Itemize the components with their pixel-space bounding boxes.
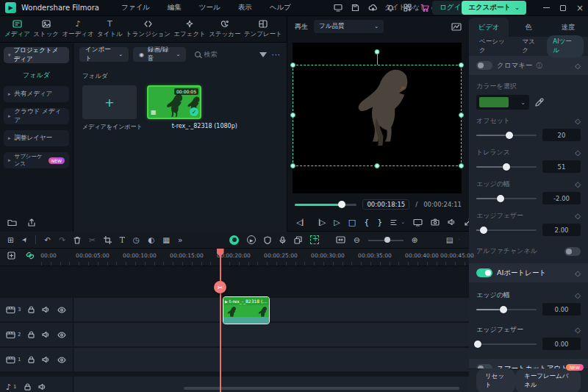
keyframe-diamond-icon[interactable]: ◇ [575, 291, 581, 299]
new-folder-icon[interactable] [7, 218, 17, 227]
current-timecode[interactable]: 00:00:18:15 [362, 199, 409, 210]
tab-titles[interactable]: T タイトル [97, 20, 123, 39]
media-layout-icon[interactable]: ⊞ [7, 235, 14, 244]
crop-icon[interactable] [104, 236, 112, 244]
hide-track-eye-icon[interactable] [57, 357, 66, 363]
cart-icon[interactable] [420, 4, 430, 12]
clip-selection-box[interactable] [293, 65, 462, 166]
split-at-playhead-button[interactable]: ✂ [214, 281, 226, 293]
keyframe-diamond-icon[interactable]: ◇ [575, 62, 581, 70]
ai-portrait-toggle[interactable] [476, 268, 492, 277]
tolerance-slider[interactable] [476, 162, 537, 171]
tab-media[interactable]: メディア [4, 20, 30, 39]
mute-track-icon[interactable] [38, 383, 46, 391]
handle-bottom-right[interactable] [459, 163, 464, 168]
hide-track-eye-icon[interactable] [57, 332, 66, 338]
preview-scrubber[interactable] [295, 200, 356, 209]
fit-timeline-icon[interactable] [336, 236, 345, 243]
render-preview-icon[interactable]: ▦ [162, 235, 170, 244]
motion-track-icon[interactable] [310, 235, 319, 244]
chroma-key-tool-icon[interactable] [229, 235, 239, 245]
zoom-out-icon[interactable]: ⊖ [354, 235, 360, 244]
play-button[interactable]: ▷ [334, 218, 340, 227]
timeline-ruler[interactable]: 00:00 00:00:05:00 00:00:10:00 00:00:15:0… [0, 249, 469, 266]
mute-track-icon[interactable] [42, 356, 50, 363]
keyframe-panel-button[interactable]: キーフレームパネル NEW [515, 368, 581, 392]
sidebar-item-shared-media[interactable]: ▸ 共有メディア [4, 86, 69, 102]
playhead[interactable]: ✂ [220, 249, 221, 392]
subtab-basic[interactable]: ベーシック [473, 35, 517, 57]
voiceover-mic-icon[interactable] [279, 236, 286, 244]
menu-tools[interactable]: ツール [190, 3, 229, 13]
lock-track-icon[interactable] [24, 383, 31, 391]
eyedropper-icon[interactable] [535, 98, 544, 107]
menu-help[interactable]: ヘルプ [261, 3, 300, 13]
preview-render-icon[interactable]: ▶ [247, 235, 256, 244]
quality-dropdown[interactable]: フル品質 ⌄ [314, 20, 384, 33]
select-tool-icon[interactable]: ➤ [20, 235, 29, 244]
cloud-upload-icon[interactable] [368, 4, 378, 12]
marker-add-icon[interactable] [7, 252, 15, 260]
notification-bell-icon[interactable] [387, 4, 395, 12]
undo-icon[interactable]: ↶ [44, 235, 51, 244]
menu-view[interactable]: 表示 [229, 3, 261, 13]
handle-mid-bottom[interactable] [375, 163, 380, 168]
sidebar-item-adjustment-layer[interactable]: ▸ 調整レイヤー [4, 130, 69, 146]
timeline-horizontal-scrollbar[interactable] [184, 387, 459, 390]
tab-color[interactable]: 色 [509, 18, 548, 37]
subtab-ai-tools[interactable]: AIツール [547, 35, 584, 57]
offset-value[interactable]: 20 [542, 129, 581, 141]
edge-width-slider[interactable] [476, 193, 537, 203]
handle-top-left[interactable] [290, 63, 295, 68]
tab-stock[interactable]: ストック [33, 20, 59, 39]
delete-icon[interactable] [74, 236, 81, 244]
tab-audio[interactable]: ♪ オーディオ [62, 20, 93, 39]
keyframe-diamond-icon[interactable]: ◇ [575, 269, 581, 277]
maximize-button[interactable] [560, 5, 566, 11]
ai-edge-feather-value[interactable]: 0.00 [542, 338, 581, 350]
mirror-display-icon[interactable] [413, 218, 423, 227]
search-field[interactable] [190, 51, 255, 58]
mute-track-icon[interactable] [42, 306, 50, 313]
keyframe-diamond-icon[interactable]: ◇ [575, 212, 581, 220]
subtab-mask[interactable]: マスク [517, 35, 548, 57]
marker-shield-icon[interactable] [264, 236, 271, 244]
tab-video[interactable]: ビデオ [469, 18, 509, 37]
import-media-tile[interactable]: + [82, 85, 137, 119]
search-input[interactable] [204, 51, 255, 58]
hide-track-eye-icon[interactable] [57, 307, 66, 313]
stop-button[interactable]: □ [348, 218, 356, 227]
sidebar-item-cloud-media[interactable]: ▸ クラウド メディア [4, 108, 69, 124]
track-options-chevron-icon[interactable]: · [459, 237, 460, 243]
tab-stickers[interactable]: ステッカー [209, 20, 240, 39]
media-clip-thumbnail[interactable]: 00:00:05 ▦ ✓ [147, 85, 201, 119]
zoom-in-icon[interactable]: ⊕ [412, 235, 418, 244]
tab-templates[interactable]: テンプレート [244, 20, 282, 39]
sidebar-item-subsequence[interactable]: ▸ サブシーケンス NEW [4, 152, 69, 168]
timeline-zoom-slider[interactable] [368, 236, 404, 243]
keyframe-diamond-icon[interactable]: ◇ [575, 180, 581, 188]
keyframe-diamond-icon[interactable]: ◇ [575, 326, 581, 334]
share-export-icon[interactable] [27, 218, 36, 227]
tab-speed[interactable]: 速度 [548, 18, 588, 37]
keyframe-diamond-icon[interactable]: ◇ [575, 149, 581, 157]
sidebar-project-media[interactable]: ▾ プロジェクトメディア [4, 47, 69, 63]
menu-edit[interactable]: 編集 [159, 3, 190, 13]
chroma-color-dropdown[interactable]: ⌄ [476, 95, 529, 110]
lock-track-icon[interactable] [28, 356, 35, 363]
track-options-icon[interactable]: ▤ [446, 235, 453, 244]
export-clip-icon[interactable] [294, 236, 302, 244]
edge-feather-value[interactable]: 2.00 [542, 224, 581, 236]
rotate-handle[interactable] [375, 49, 380, 54]
lock-track-icon[interactable] [28, 331, 35, 338]
plugins-grid-icon[interactable] [404, 4, 412, 12]
record-button[interactable]: ◉ 録画/録音 ⌄ [133, 47, 186, 62]
ai-edge-feather-slider[interactable] [476, 339, 537, 349]
close-button[interactable]: × [576, 3, 584, 13]
timeline-clip-trex[interactable]: ▶ t-rex_-_82318 (... [223, 296, 270, 324]
edge-width-value[interactable]: -2.00 [542, 192, 581, 204]
tolerance-value[interactable]: 51 [542, 160, 581, 173]
lock-track-icon[interactable] [28, 306, 35, 313]
snap-link-icon[interactable] [26, 252, 35, 260]
split-scissors-icon[interactable]: ✂ [89, 235, 96, 244]
